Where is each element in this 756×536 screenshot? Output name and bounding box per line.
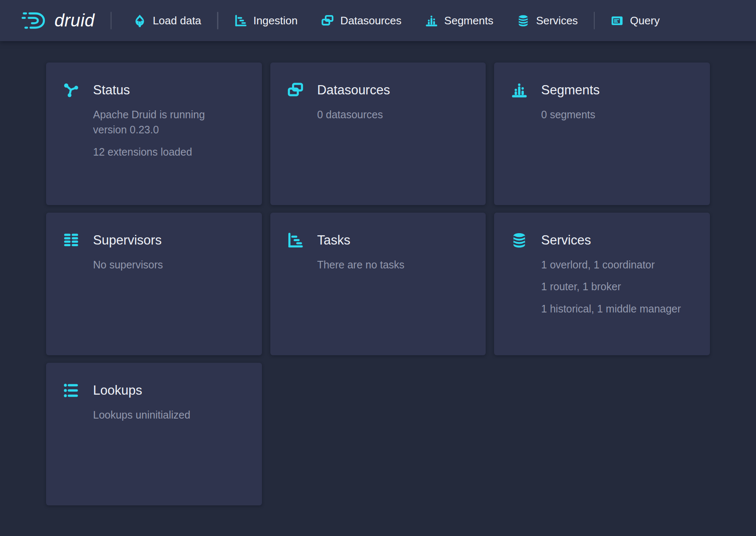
nav-label: Load data [153, 15, 201, 26]
nav-label: Ingestion [254, 15, 298, 26]
brand-name: druid [54, 12, 96, 29]
nav-item-segments[interactable]: Segments [413, 0, 505, 41]
list-columns-icon [63, 232, 80, 249]
layers-icon [287, 82, 304, 99]
nav-item-query[interactable]: Query [599, 0, 671, 41]
console-icon [611, 14, 624, 27]
card-title: Segments [541, 82, 600, 98]
bar-chart-icon [511, 82, 528, 99]
card-title: Services [541, 232, 591, 248]
segments-card[interactable]: Segments 0 segments [494, 62, 710, 205]
status-card[interactable]: Status Apache Druid is running version 0… [46, 62, 262, 205]
card-title: Supervisors [93, 232, 162, 248]
datasources-card[interactable]: Datasources 0 datasources [270, 62, 486, 205]
lookups-status-text: Lookups uninitialized [93, 407, 250, 422]
lookups-card[interactable]: Lookups Lookups uninitialized [46, 363, 262, 505]
status-extensions-text: 12 extensions loaded [93, 144, 231, 159]
card-title: Tasks [317, 232, 350, 248]
card-title: Status [93, 82, 130, 98]
card-title: Datasources [317, 82, 390, 98]
nav-item-load-data[interactable]: Load data [122, 0, 213, 41]
services-line-2: 1 router, 1 broker [541, 279, 698, 294]
database-icon [517, 14, 530, 27]
nav-divider [217, 12, 218, 29]
druid-logo-icon [21, 11, 48, 30]
services-line-1: 1 overlord, 1 coordinator [541, 257, 698, 272]
top-navbar: druid Load data Ingestion Datasources [0, 0, 756, 41]
bar-chart-icon [425, 14, 438, 27]
nav-item-datasources[interactable]: Datasources [309, 0, 413, 41]
segments-count-text: 0 segments [541, 107, 698, 122]
nav-item-services[interactable]: Services [505, 0, 590, 41]
nav-label: Services [536, 15, 578, 26]
graph-icon [63, 82, 80, 99]
tasks-card[interactable]: Tasks There are no tasks [270, 213, 486, 355]
home-card-grid: Status Apache Druid is running version 0… [46, 62, 710, 505]
upload-icon [133, 14, 146, 27]
nav-divider [111, 12, 112, 29]
supervisors-card[interactable]: Supervisors No supervisors [46, 213, 262, 355]
gantt-chart-icon [234, 14, 247, 27]
database-icon [511, 232, 528, 249]
layers-icon [321, 14, 334, 27]
datasources-count-text: 0 datasources [317, 107, 474, 122]
nav-item-ingestion[interactable]: Ingestion [223, 0, 310, 41]
tasks-status-text: There are no tasks [317, 257, 474, 272]
services-line-3: 1 historical, 1 middle manager [541, 301, 698, 316]
supervisors-status-text: No supervisors [93, 257, 250, 272]
status-running-text: Apache Druid is running version 0.23.0 [93, 107, 231, 138]
nav-label: Segments [444, 15, 493, 26]
nav-divider [594, 12, 595, 29]
properties-list-icon [63, 382, 80, 399]
services-card[interactable]: Services 1 overlord, 1 coordinator 1 rou… [494, 213, 710, 355]
card-title: Lookups [93, 382, 142, 398]
druid-logo[interactable]: druid [21, 11, 96, 30]
gantt-chart-icon [287, 232, 304, 249]
nav-label: Query [630, 15, 660, 26]
nav-label: Datasources [340, 15, 401, 26]
